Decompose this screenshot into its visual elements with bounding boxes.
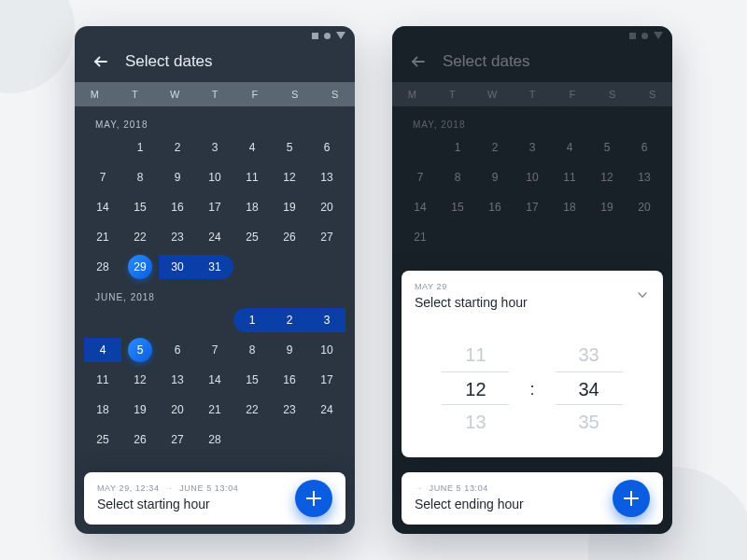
footer-card: MAY 29, 12:34 → JUNE 5 13:04 Select star…	[84, 472, 345, 525]
day-cell[interactable]: 9	[159, 165, 196, 189]
day-cell[interactable]: 21	[196, 398, 233, 422]
arrow-icon: →	[165, 483, 175, 493]
day-cell[interactable]: 27	[308, 225, 345, 249]
day-cell[interactable]: 2	[159, 135, 196, 160]
day-cell[interactable]: 26	[271, 225, 308, 249]
day-cell[interactable]: 19	[271, 195, 308, 219]
weekday-cell: M	[75, 82, 115, 106]
weekday-header: MTWTFSS	[75, 82, 355, 106]
day-cell[interactable]: 23	[159, 225, 196, 249]
day-cell[interactable]: 21	[84, 225, 121, 249]
day-cell[interactable]: 22	[233, 398, 271, 422]
arrow-icon: →	[415, 483, 424, 493]
day-cell[interactable]: 9	[271, 338, 308, 362]
minute-wheel[interactable]: 33 34 35	[556, 338, 623, 441]
day-cell[interactable]: 8	[121, 165, 159, 189]
day-cell[interactable]: 1	[121, 135, 159, 160]
day-cell[interactable]: 16	[159, 195, 196, 219]
minute-next: 35	[556, 405, 623, 439]
sheet-title: Select starting hour	[415, 295, 650, 310]
weekday-cell: T	[115, 82, 155, 106]
day-cell[interactable]: 28	[84, 255, 121, 279]
day-cell[interactable]: 30	[159, 255, 196, 279]
day-cell[interactable]: 8	[233, 338, 271, 362]
day-cell[interactable]: 18	[233, 195, 271, 219]
day-cell[interactable]: 13	[159, 368, 196, 392]
back-button[interactable]	[92, 52, 110, 71]
add-button[interactable]	[613, 480, 650, 517]
day-cell[interactable]: 3	[196, 135, 233, 160]
page-title: Select dates	[125, 52, 213, 71]
add-button[interactable]	[295, 480, 332, 517]
footer-card: → JUNE 5 13:04 Select ending hour	[402, 472, 663, 525]
day-cell[interactable]: 5	[121, 338, 159, 362]
weekday-cell: W	[155, 82, 195, 106]
day-cell[interactable]: 27	[159, 427, 196, 452]
day-cell[interactable]: 2	[271, 308, 308, 332]
hour-wheel[interactable]: 11 12 13	[442, 338, 509, 441]
day-cell[interactable]: 6	[159, 338, 196, 362]
chevron-down-icon[interactable]	[635, 287, 650, 306]
sheet-date-label: MAY 29	[415, 282, 650, 291]
day-cell[interactable]: 6	[308, 135, 345, 160]
day-cell[interactable]: 26	[121, 427, 159, 452]
day-cell[interactable]: 7	[196, 338, 233, 362]
day-cell[interactable]: 4	[84, 338, 121, 362]
day-cell[interactable]: 10	[196, 165, 233, 189]
day-cell[interactable]: 11	[233, 165, 271, 189]
hour-next: 13	[442, 405, 509, 439]
minute-selected: 34	[556, 371, 623, 405]
day-cell[interactable]: 4	[233, 135, 271, 160]
range-to-label: JUNE 5 13:04	[430, 483, 488, 493]
day-cell[interactable]: 24	[308, 398, 345, 422]
minute-prev: 33	[556, 338, 623, 371]
status-icon-triangle	[336, 32, 345, 39]
day-cell[interactable]: 12	[121, 368, 159, 392]
day-cell[interactable]: 14	[196, 368, 233, 392]
weekday-cell: S	[315, 82, 355, 106]
day-cell[interactable]: 20	[159, 398, 196, 422]
status-bar	[75, 26, 355, 45]
weekday-cell: T	[195, 82, 235, 106]
month-label-may: MAY, 2018	[75, 106, 355, 135]
day-cell[interactable]: 10	[308, 338, 345, 362]
day-cell[interactable]: 16	[271, 368, 308, 392]
day-cell[interactable]: 19	[121, 398, 159, 422]
day-cell[interactable]: 23	[271, 398, 308, 422]
day-cell[interactable]: 29	[121, 255, 159, 279]
status-icon-square	[312, 33, 318, 39]
day-cell[interactable]: 28	[196, 427, 233, 452]
calendar-june: 1234567891011121314151617181920212223242…	[75, 308, 355, 452]
day-cell[interactable]: 24	[196, 225, 233, 249]
day-cell[interactable]: 11	[84, 368, 121, 392]
day-cell[interactable]: 31	[196, 255, 233, 279]
day-cell[interactable]: 1	[233, 308, 271, 332]
day-cell[interactable]: 7	[84, 165, 121, 189]
calendar-may: 1234567891011121314151617181920212223242…	[75, 135, 355, 279]
day-cell[interactable]: 14	[84, 195, 121, 219]
day-cell[interactable]: 5	[271, 135, 308, 160]
weekday-cell: F	[234, 82, 275, 106]
day-cell[interactable]: 3	[308, 308, 345, 332]
day-cell[interactable]: 25	[84, 427, 121, 452]
phone-select-hour: Select dates MTWTFSS MAY, 2018 123456789…	[392, 26, 672, 534]
day-cell[interactable]: 25	[233, 225, 271, 249]
day-cell[interactable]: 17	[196, 195, 233, 219]
day-cell[interactable]: 18	[84, 398, 121, 422]
day-cell[interactable]: 15	[233, 368, 271, 392]
day-cell[interactable]: 22	[121, 225, 159, 249]
phone-select-dates: Select dates MTWTFSS MAY, 2018 123456789…	[75, 26, 355, 534]
day-cell[interactable]: 20	[308, 195, 345, 219]
month-label-june: JUNE, 2018	[75, 279, 355, 308]
time-separator: :	[529, 380, 534, 399]
status-icon-circle	[324, 33, 331, 39]
day-cell[interactable]: 13	[308, 165, 345, 189]
day-cell[interactable]: 17	[308, 368, 345, 392]
hour-prev: 11	[442, 338, 509, 371]
weekday-cell: S	[275, 82, 315, 106]
day-cell[interactable]: 12	[271, 165, 308, 189]
range-from-label: MAY 29, 12:34	[97, 483, 160, 493]
day-cell[interactable]: 15	[121, 195, 159, 219]
time-picker-sheet: MAY 29 Select starting hour 11 12 13 : 3…	[402, 271, 663, 457]
range-to-label: JUNE 5 13:04	[179, 483, 238, 493]
